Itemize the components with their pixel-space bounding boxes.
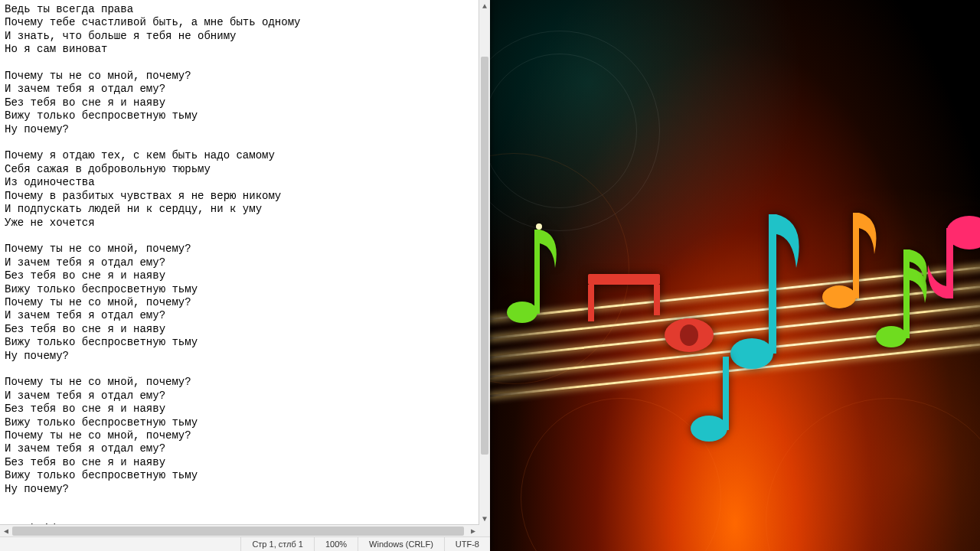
svg-point-2 <box>536 223 542 230</box>
decorative-ring <box>766 398 980 551</box>
note-teal-eighth <box>727 207 804 375</box>
svg-rect-11 <box>723 357 729 430</box>
svg-point-10 <box>691 416 727 442</box>
text-editor-window: Ведь ты всегда права Почему тебе счастли… <box>0 0 490 551</box>
note-red-bar <box>582 268 666 329</box>
artwork-panel <box>490 0 980 551</box>
scrollbar-corner <box>479 525 490 537</box>
svg-point-12 <box>822 285 856 308</box>
status-spacer <box>0 537 240 551</box>
svg-rect-13 <box>853 213 859 298</box>
horizontal-scroll-thumb[interactable] <box>12 527 464 536</box>
note-pink-eighth <box>919 184 980 306</box>
status-bar: Стр 1, стлб 1 100% Windows (CRLF) UTF-8 <box>0 536 490 551</box>
svg-point-0 <box>507 302 537 323</box>
status-cursor-position: Стр 1, стлб 1 <box>240 537 314 551</box>
scroll-right-icon[interactable]: ▶ <box>467 525 479 537</box>
scroll-down-icon[interactable]: ▼ <box>479 513 490 525</box>
note-green-eighth <box>505 222 559 329</box>
screen: Ведь ты всегда права Почему тебе счастли… <box>0 0 980 551</box>
vertical-scrollbar[interactable]: ▲ ▼ <box>479 0 490 525</box>
svg-point-7 <box>680 324 698 346</box>
status-zoom: 100% <box>314 537 358 551</box>
editor-text-content[interactable]: Ведь ты всегда права Почему тебе счастли… <box>0 0 479 525</box>
note-teal-quarter <box>689 352 743 444</box>
scroll-left-icon[interactable]: ◀ <box>0 525 12 537</box>
status-line-ending: Windows (CRLF) <box>358 537 444 551</box>
svg-rect-4 <box>588 285 594 321</box>
text-viewport[interactable]: Ведь ты всегда права Почему тебе счастли… <box>0 0 479 525</box>
svg-rect-5 <box>654 285 660 315</box>
svg-rect-17 <box>946 228 953 298</box>
horizontal-scrollbar[interactable]: ◀ ▶ <box>0 524 479 537</box>
svg-rect-15 <box>903 249 910 338</box>
status-encoding: UTF-8 <box>444 537 490 551</box>
svg-rect-3 <box>588 274 660 285</box>
note-red-whole <box>662 314 716 356</box>
svg-rect-1 <box>534 230 540 314</box>
svg-point-14 <box>876 326 906 347</box>
scroll-up-icon[interactable]: ▲ <box>479 0 490 12</box>
vertical-scroll-thumb[interactable] <box>481 57 488 455</box>
svg-rect-9 <box>769 214 776 354</box>
note-orange-eighth <box>819 207 880 314</box>
